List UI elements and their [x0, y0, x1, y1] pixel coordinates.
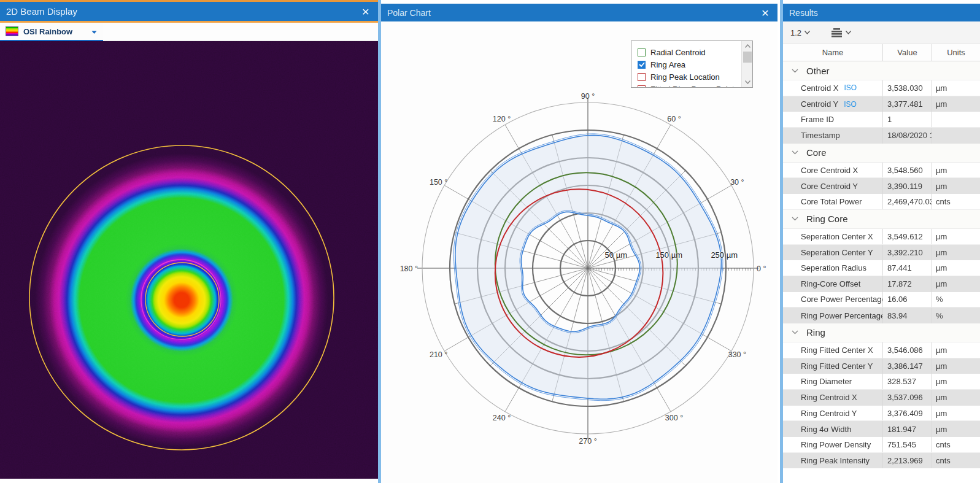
checked-checkbox-icon[interactable] [638, 61, 646, 69]
result-name-cell: Ring Fitted Center X [783, 342, 882, 358]
chevron-down-icon[interactable] [792, 150, 798, 155]
result-value-cell: 2,469,470.03 [882, 194, 932, 209]
close-icon[interactable]: × [759, 6, 771, 19]
unchecked-checkbox-icon[interactable] [638, 73, 646, 81]
result-units-cell: µm [932, 245, 980, 261]
close-icon[interactable]: × [360, 5, 372, 18]
result-name-cell: Ring Centroid Y [783, 406, 882, 421]
colormap-label: OSI Rainbow [23, 27, 72, 36]
result-value-cell: 3,376.409 [882, 406, 932, 421]
result-value-cell: 3,377.481 [882, 96, 932, 112]
svg-text:150 µm: 150 µm [655, 250, 682, 260]
result-value-cell: 87.441 [882, 260, 932, 276]
legend-scrollbar[interactable] [741, 41, 752, 87]
decimal-precision-dropdown[interactable]: 1.2 [787, 26, 814, 40]
unchecked-checkbox-icon[interactable] [638, 48, 646, 56]
decimal-precision-value: 1.2 [790, 28, 801, 37]
table-row: Centroid YISO3,377.481µm [783, 96, 980, 112]
legend-item[interactable]: Ring Area [638, 58, 741, 71]
table-columns-dropdown[interactable] [825, 26, 855, 40]
scrollbar-thumb[interactable] [743, 52, 752, 63]
table-row: Ring Centroid X3,537.096µm [783, 390, 980, 406]
table-row: Ring Power Percentage83.94% [783, 307, 980, 323]
group-header-ring[interactable]: Ring [783, 323, 980, 342]
chevron-down-icon[interactable] [792, 69, 798, 73]
result-name: Ring Peak Intensity [801, 456, 870, 465]
group-label: Other [806, 66, 830, 76]
result-units-cell: % [932, 307, 980, 323]
result-units-cell: % [932, 292, 980, 307]
svg-text:250 µm: 250 µm [711, 250, 738, 260]
result-name: Core Centroid X [801, 166, 858, 175]
group-header-core[interactable]: Core [783, 144, 980, 163]
result-units-cell: µm [932, 358, 980, 374]
result-name-cell: Ring Centroid X [783, 390, 882, 406]
scroll-down-icon[interactable] [742, 77, 753, 87]
table-row: Core Centroid X3,548.560µm [783, 163, 980, 179]
result-name-cell: Ring-Core Offset [783, 276, 882, 292]
group-header-ring-core[interactable]: Ring Core [783, 210, 980, 229]
beam-overlay-circles [0, 41, 378, 479]
result-name-cell: Centroid XISO [783, 80, 882, 96]
unchecked-checkbox-icon[interactable] [638, 85, 646, 88]
result-value-cell: 181.947 [882, 421, 932, 437]
result-name: Ring Power Percentage [801, 311, 882, 320]
table-row: Ring Power Density751.545cnts [783, 437, 980, 453]
legend-item-label: Fitted Ring Power Points [650, 85, 738, 88]
result-units-cell: µm [932, 421, 980, 437]
result-name-cell: Core Centroid X [783, 163, 882, 178]
polar-chart-panel: Polar Chart × 50 µm150 µm250 µm0 °30 °60… [381, 0, 777, 483]
result-name-cell: Ring Fitted Center Y [783, 358, 882, 374]
result-name: Ring 4σ Width [801, 425, 851, 434]
table-row: Core Total Power2,469,470.03cnts [783, 194, 980, 210]
result-name-cell: Ring Peak Intensity [783, 453, 882, 469]
legend-item[interactable]: Fitted Ring Power Points [638, 83, 741, 87]
result-value-cell: 3,548.560 [882, 163, 932, 178]
result-value-cell: 3,538.030 [882, 80, 932, 96]
result-name-cell: Centroid YISO [783, 96, 882, 112]
table-row: Ring Diameter328.537µm [783, 374, 980, 390]
result-name: Ring Centroid X [801, 393, 857, 402]
result-name-cell: Timestamp [783, 128, 882, 144]
group-header-other[interactable]: Other [783, 61, 980, 80]
svg-text:90 °: 90 ° [581, 92, 595, 101]
chevron-down-icon [91, 26, 97, 37]
result-value-cell: 3,386.147 [882, 358, 932, 374]
table-row: Core Power Percentage16.06% [783, 292, 980, 308]
ring-fit-circle [141, 260, 221, 339]
legend-item[interactable]: Radial Centroid [638, 46, 741, 58]
result-units-cell: µm [932, 163, 980, 178]
result-value-cell: 328.537 [882, 374, 932, 389]
colormap-dropdown[interactable]: OSI Rainbow [0, 23, 103, 41]
svg-text:0 °: 0 ° [757, 265, 766, 273]
result-value-cell: 3,546.086 [882, 342, 932, 358]
result-name: Core Power Percentage [801, 295, 882, 304]
result-units-cell: µm [932, 342, 980, 358]
table-row: Core Centroid Y3,390.119µm [783, 178, 980, 194]
result-name-cell: Frame ID [783, 112, 882, 127]
svg-text:180 °: 180 ° [400, 265, 418, 273]
result-units-cell [932, 112, 980, 127]
result-name-cell: Ring Diameter [783, 374, 882, 389]
result-value-cell: 751.545 [882, 437, 932, 452]
result-value-cell: 2,213.969 [882, 453, 932, 469]
table-row: Ring Centroid Y3,376.409µm [783, 406, 980, 422]
scroll-up-icon[interactable] [742, 41, 753, 51]
result-name-cell: Core Power Percentage [783, 292, 882, 307]
table-row: Seperation Center Y3,392.210µm [783, 245, 980, 261]
result-units-cell: µm [932, 390, 980, 406]
chevron-down-icon[interactable] [792, 217, 798, 221]
svg-text:60 °: 60 ° [667, 115, 681, 123]
result-name-cell: Core Total Power [783, 194, 882, 209]
results-toolbar: 1.2 [783, 21, 980, 44]
result-name: Seperation Radius [801, 263, 866, 272]
rainbow-colormap-icon [6, 26, 18, 36]
svg-text:30 °: 30 ° [730, 178, 744, 187]
group-label: Core [806, 147, 827, 158]
legend-item-label: Ring Area [650, 60, 685, 69]
results-title: Results [789, 8, 818, 18]
chevron-down-icon[interactable] [792, 330, 798, 334]
legend-item[interactable]: Ring Peak Location [638, 71, 741, 83]
result-units-cell: µm [932, 374, 980, 389]
column-header-name: Name [783, 48, 882, 57]
